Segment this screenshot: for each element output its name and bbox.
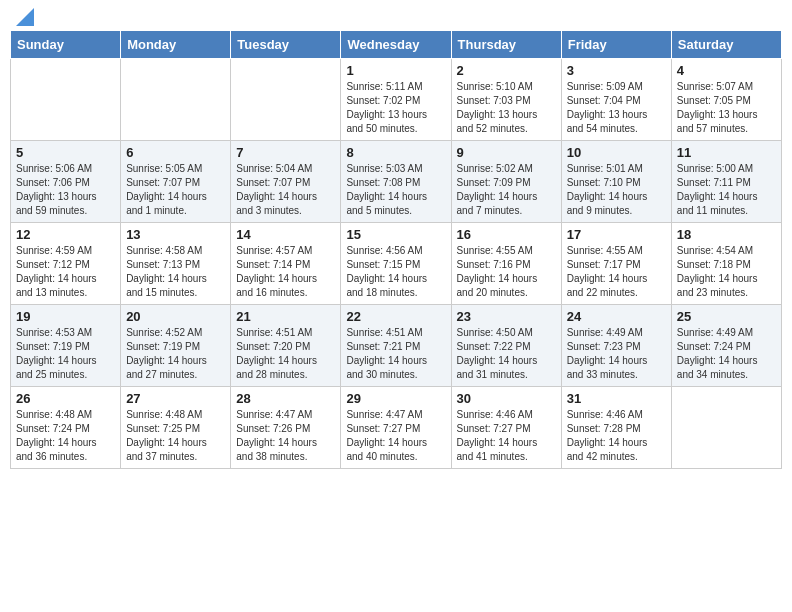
day-info: Sunrise: 4:51 AMSunset: 7:21 PMDaylight:…: [346, 326, 445, 382]
calendar-cell: 22Sunrise: 4:51 AMSunset: 7:21 PMDayligh…: [341, 305, 451, 387]
day-number: 23: [457, 309, 556, 324]
calendar-cell: 16Sunrise: 4:55 AMSunset: 7:16 PMDayligh…: [451, 223, 561, 305]
day-info: Sunrise: 5:09 AMSunset: 7:04 PMDaylight:…: [567, 80, 666, 136]
weekday-header-row: SundayMondayTuesdayWednesdayThursdayFrid…: [11, 31, 782, 59]
week-row-3: 12Sunrise: 4:59 AMSunset: 7:12 PMDayligh…: [11, 223, 782, 305]
day-number: 9: [457, 145, 556, 160]
calendar-cell: 13Sunrise: 4:58 AMSunset: 7:13 PMDayligh…: [121, 223, 231, 305]
calendar-cell: 9Sunrise: 5:02 AMSunset: 7:09 PMDaylight…: [451, 141, 561, 223]
day-number: 17: [567, 227, 666, 242]
logo: [14, 10, 34, 22]
day-number: 3: [567, 63, 666, 78]
day-info: Sunrise: 5:04 AMSunset: 7:07 PMDaylight:…: [236, 162, 335, 218]
svg-marker-0: [16, 8, 34, 26]
day-number: 14: [236, 227, 335, 242]
calendar-cell: 6Sunrise: 5:05 AMSunset: 7:07 PMDaylight…: [121, 141, 231, 223]
day-number: 22: [346, 309, 445, 324]
day-number: 29: [346, 391, 445, 406]
weekday-header-tuesday: Tuesday: [231, 31, 341, 59]
day-info: Sunrise: 4:49 AMSunset: 7:23 PMDaylight:…: [567, 326, 666, 382]
day-number: 4: [677, 63, 776, 78]
calendar-table: SundayMondayTuesdayWednesdayThursdayFrid…: [10, 30, 782, 469]
weekday-header-friday: Friday: [561, 31, 671, 59]
day-number: 10: [567, 145, 666, 160]
calendar-cell: [11, 59, 121, 141]
day-info: Sunrise: 4:53 AMSunset: 7:19 PMDaylight:…: [16, 326, 115, 382]
calendar-cell: 30Sunrise: 4:46 AMSunset: 7:27 PMDayligh…: [451, 387, 561, 469]
calendar-cell: 3Sunrise: 5:09 AMSunset: 7:04 PMDaylight…: [561, 59, 671, 141]
day-number: 20: [126, 309, 225, 324]
calendar-cell: 24Sunrise: 4:49 AMSunset: 7:23 PMDayligh…: [561, 305, 671, 387]
day-info: Sunrise: 4:59 AMSunset: 7:12 PMDaylight:…: [16, 244, 115, 300]
day-info: Sunrise: 4:55 AMSunset: 7:16 PMDaylight:…: [457, 244, 556, 300]
day-info: Sunrise: 4:58 AMSunset: 7:13 PMDaylight:…: [126, 244, 225, 300]
day-info: Sunrise: 5:00 AMSunset: 7:11 PMDaylight:…: [677, 162, 776, 218]
calendar-cell: 21Sunrise: 4:51 AMSunset: 7:20 PMDayligh…: [231, 305, 341, 387]
day-number: 24: [567, 309, 666, 324]
calendar-cell: [671, 387, 781, 469]
day-info: Sunrise: 5:07 AMSunset: 7:05 PMDaylight:…: [677, 80, 776, 136]
calendar-cell: 19Sunrise: 4:53 AMSunset: 7:19 PMDayligh…: [11, 305, 121, 387]
day-info: Sunrise: 4:55 AMSunset: 7:17 PMDaylight:…: [567, 244, 666, 300]
calendar-cell: 27Sunrise: 4:48 AMSunset: 7:25 PMDayligh…: [121, 387, 231, 469]
week-row-1: 1Sunrise: 5:11 AMSunset: 7:02 PMDaylight…: [11, 59, 782, 141]
day-number: 7: [236, 145, 335, 160]
day-number: 5: [16, 145, 115, 160]
calendar-cell: 4Sunrise: 5:07 AMSunset: 7:05 PMDaylight…: [671, 59, 781, 141]
day-info: Sunrise: 4:57 AMSunset: 7:14 PMDaylight:…: [236, 244, 335, 300]
day-number: 21: [236, 309, 335, 324]
day-number: 25: [677, 309, 776, 324]
calendar-cell: 2Sunrise: 5:10 AMSunset: 7:03 PMDaylight…: [451, 59, 561, 141]
calendar-cell: 31Sunrise: 4:46 AMSunset: 7:28 PMDayligh…: [561, 387, 671, 469]
calendar-cell: 15Sunrise: 4:56 AMSunset: 7:15 PMDayligh…: [341, 223, 451, 305]
calendar-cell: 28Sunrise: 4:47 AMSunset: 7:26 PMDayligh…: [231, 387, 341, 469]
day-number: 12: [16, 227, 115, 242]
calendar-cell: 25Sunrise: 4:49 AMSunset: 7:24 PMDayligh…: [671, 305, 781, 387]
calendar-cell: [121, 59, 231, 141]
day-number: 8: [346, 145, 445, 160]
calendar-cell: 20Sunrise: 4:52 AMSunset: 7:19 PMDayligh…: [121, 305, 231, 387]
calendar-cell: 14Sunrise: 4:57 AMSunset: 7:14 PMDayligh…: [231, 223, 341, 305]
day-info: Sunrise: 4:52 AMSunset: 7:19 PMDaylight:…: [126, 326, 225, 382]
weekday-header-monday: Monday: [121, 31, 231, 59]
calendar-cell: 1Sunrise: 5:11 AMSunset: 7:02 PMDaylight…: [341, 59, 451, 141]
day-number: 1: [346, 63, 445, 78]
calendar-cell: 18Sunrise: 4:54 AMSunset: 7:18 PMDayligh…: [671, 223, 781, 305]
calendar-cell: 7Sunrise: 5:04 AMSunset: 7:07 PMDaylight…: [231, 141, 341, 223]
calendar-cell: 26Sunrise: 4:48 AMSunset: 7:24 PMDayligh…: [11, 387, 121, 469]
calendar-cell: 5Sunrise: 5:06 AMSunset: 7:06 PMDaylight…: [11, 141, 121, 223]
calendar-cell: 8Sunrise: 5:03 AMSunset: 7:08 PMDaylight…: [341, 141, 451, 223]
weekday-header-sunday: Sunday: [11, 31, 121, 59]
day-number: 2: [457, 63, 556, 78]
day-info: Sunrise: 4:47 AMSunset: 7:26 PMDaylight:…: [236, 408, 335, 464]
weekday-header-wednesday: Wednesday: [341, 31, 451, 59]
calendar-cell: 10Sunrise: 5:01 AMSunset: 7:10 PMDayligh…: [561, 141, 671, 223]
day-number: 6: [126, 145, 225, 160]
day-info: Sunrise: 4:48 AMSunset: 7:25 PMDaylight:…: [126, 408, 225, 464]
day-number: 28: [236, 391, 335, 406]
day-info: Sunrise: 5:10 AMSunset: 7:03 PMDaylight:…: [457, 80, 556, 136]
day-number: 13: [126, 227, 225, 242]
week-row-5: 26Sunrise: 4:48 AMSunset: 7:24 PMDayligh…: [11, 387, 782, 469]
day-number: 18: [677, 227, 776, 242]
day-number: 16: [457, 227, 556, 242]
page-header: [10, 10, 782, 22]
calendar-cell: [231, 59, 341, 141]
day-info: Sunrise: 5:11 AMSunset: 7:02 PMDaylight:…: [346, 80, 445, 136]
weekday-header-saturday: Saturday: [671, 31, 781, 59]
day-number: 26: [16, 391, 115, 406]
day-number: 27: [126, 391, 225, 406]
day-info: Sunrise: 4:47 AMSunset: 7:27 PMDaylight:…: [346, 408, 445, 464]
day-info: Sunrise: 4:51 AMSunset: 7:20 PMDaylight:…: [236, 326, 335, 382]
day-info: Sunrise: 4:46 AMSunset: 7:28 PMDaylight:…: [567, 408, 666, 464]
calendar-cell: 12Sunrise: 4:59 AMSunset: 7:12 PMDayligh…: [11, 223, 121, 305]
day-info: Sunrise: 5:03 AMSunset: 7:08 PMDaylight:…: [346, 162, 445, 218]
day-number: 30: [457, 391, 556, 406]
logo-arrow-icon: [16, 8, 34, 26]
day-number: 19: [16, 309, 115, 324]
day-info: Sunrise: 4:56 AMSunset: 7:15 PMDaylight:…: [346, 244, 445, 300]
calendar-cell: 23Sunrise: 4:50 AMSunset: 7:22 PMDayligh…: [451, 305, 561, 387]
day-info: Sunrise: 4:54 AMSunset: 7:18 PMDaylight:…: [677, 244, 776, 300]
day-info: Sunrise: 4:48 AMSunset: 7:24 PMDaylight:…: [16, 408, 115, 464]
weekday-header-thursday: Thursday: [451, 31, 561, 59]
